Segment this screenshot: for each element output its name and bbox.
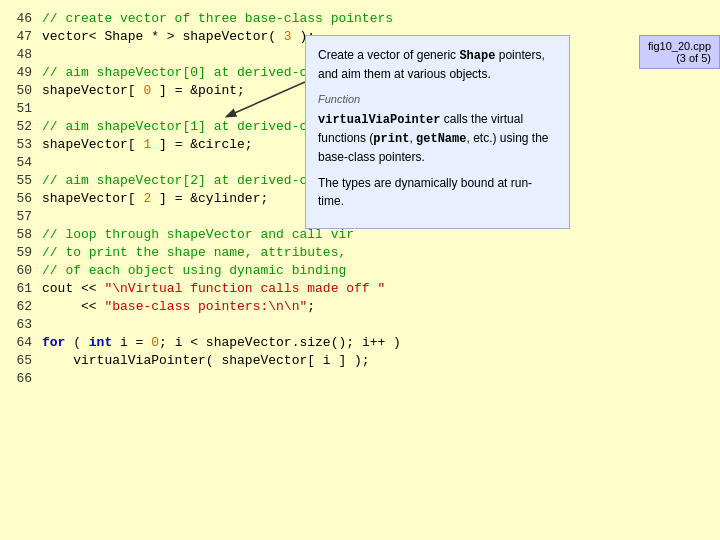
line-num-56: 56: [0, 190, 42, 208]
line-num-51: 51: [0, 100, 42, 118]
line-num-61: 61: [0, 280, 42, 298]
line-num-52: 52: [0, 118, 42, 136]
code-line-58: 58 // loop through shapeVector and call …: [0, 226, 720, 244]
tooltip-popup: Create a vector of generic Shape pointer…: [305, 35, 570, 229]
line-content-65: virtualViaPointer( shapeVector[ i ] );: [42, 352, 720, 370]
line-num-62: 62: [0, 298, 42, 316]
filename-tag: fig10_20.cpp (3 of 5): [639, 35, 720, 69]
line-num-50: 50: [0, 82, 42, 100]
line-content-64: for ( int i = 0; i < shapeVector.size();…: [42, 334, 720, 352]
line-content-46: // create vector of three base-class poi…: [42, 10, 720, 28]
filename-name: fig10_20.cpp: [648, 40, 711, 52]
line-num-63: 63: [0, 316, 42, 334]
line-num-47: 47: [0, 28, 42, 46]
tooltip-section3: The types are dynamically bound at run-t…: [318, 174, 557, 210]
line-content-59: // to print the shape name, attributes,: [42, 244, 720, 262]
code-line-62: 62 << "base-class pointers:\n\n";: [0, 298, 720, 316]
line-num-66: 66: [0, 370, 42, 388]
line-num-64: 64: [0, 334, 42, 352]
code-line-60: 60 // of each object using dynamic bindi…: [0, 262, 720, 280]
line-num-46: 46: [0, 10, 42, 28]
main-container: 46 // create vector of three base-class …: [0, 0, 720, 540]
tooltip-shape-bold: Shape: [459, 49, 495, 63]
tooltip-section2: Function virtualViaPointer calls the vir…: [318, 91, 557, 166]
line-content-60: // of each object using dynamic binding: [42, 262, 720, 280]
code-line-66: 66: [0, 370, 720, 388]
line-num-54: 54: [0, 154, 42, 172]
code-line-64: 64 for ( int i = 0; i < shapeVector.size…: [0, 334, 720, 352]
line-num-65: 65: [0, 352, 42, 370]
tooltip-s1-label: Create a vector of generic: [318, 48, 459, 62]
tooltip-s3-text: The types are dynamically bound at run-t…: [318, 176, 532, 208]
code-line-65: 65 virtualViaPointer( shapeVector[ i ] )…: [0, 352, 720, 370]
tooltip-s2-label: Function: [318, 91, 557, 108]
code-line-46: 46 // create vector of three base-class …: [0, 10, 720, 28]
tooltip-print-bold: print: [373, 132, 409, 146]
line-num-49: 49: [0, 64, 42, 82]
line-content-61: cout << "\nVirtual function calls made o…: [42, 280, 720, 298]
line-num-55: 55: [0, 172, 42, 190]
tooltip-fn-name: virtualViaPointer: [318, 113, 440, 127]
code-line-59: 59 // to print the shape name, attribute…: [0, 244, 720, 262]
line-num-57: 57: [0, 208, 42, 226]
code-line-61: 61 cout << "\nVirtual function calls mad…: [0, 280, 720, 298]
line-content-62: << "base-class pointers:\n\n";: [42, 298, 720, 316]
filename-pages: (3 of 5): [648, 52, 711, 64]
line-num-48: 48: [0, 46, 42, 64]
line-num-60: 60: [0, 262, 42, 280]
line-num-58: 58: [0, 226, 42, 244]
line-content-58: // loop through shapeVector and call vir: [42, 226, 720, 244]
tooltip-section1: Create a vector of generic Shape pointer…: [318, 46, 557, 83]
line-num-59: 59: [0, 244, 42, 262]
line-num-53: 53: [0, 136, 42, 154]
tooltip-getname-bold: getName: [416, 132, 466, 146]
code-line-63: 63: [0, 316, 720, 334]
